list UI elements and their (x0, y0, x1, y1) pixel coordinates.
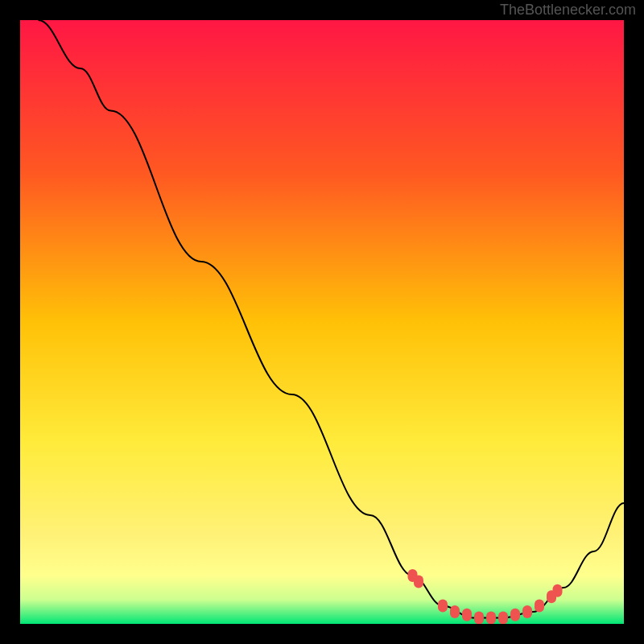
svg-rect-11 (535, 600, 544, 613)
svg-rect-10 (522, 605, 532, 618)
curve-plot (20, 20, 624, 624)
svg-rect-5 (462, 609, 472, 621)
svg-rect-6 (474, 612, 484, 625)
svg-rect-8 (498, 612, 508, 625)
watermark-text: TheBottlenecker.com (500, 2, 636, 19)
svg-rect-2 (414, 576, 423, 588)
svg-rect-4 (450, 605, 460, 618)
bottleneck-curve (39, 20, 625, 618)
svg-rect-3 (438, 600, 448, 613)
svg-rect-9 (510, 609, 520, 621)
chart-area (20, 20, 624, 624)
svg-rect-7 (486, 612, 496, 625)
svg-rect-13 (553, 584, 563, 597)
